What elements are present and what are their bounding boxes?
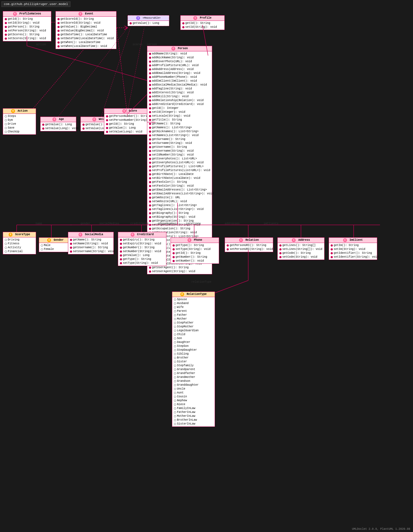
class-type-indicator: E [47, 238, 51, 242]
enum-item: Drive [5, 122, 34, 126]
method-item: getOccupation(): String [149, 227, 210, 231]
class-profilehateos: C ProfileHateos getId(): String setId(St… [3, 11, 51, 41]
class-name: CreditCard [137, 233, 154, 236]
method-item: setUserAgent(String): void [149, 270, 210, 273]
method-item: setScoreId(String): void [57, 21, 115, 25]
method-item: getId(): String [173, 251, 217, 255]
method-item: addNickName(String): void [149, 56, 210, 60]
class-header: C CreditCard [118, 232, 166, 237]
enum-item: BrotherInLaw [174, 418, 213, 422]
method-item: getTaglines(): List<String> [149, 204, 210, 207]
class-body: getValue(): Long setValue(Long): void [40, 122, 76, 131]
class-measurable: I «Measurable» getValue(): Long [128, 15, 169, 26]
class-name: Profile [200, 16, 212, 19]
enum-item: Financial [5, 250, 34, 254]
enum-item: Grandson [174, 379, 213, 383]
enum-item: Nephew [174, 399, 213, 403]
method-item: getIm(): String [331, 244, 375, 247]
enum-item: StepMother [174, 325, 213, 329]
class-body: getId(): String setId(String): void [181, 21, 224, 30]
method-item: getType(): String [173, 244, 217, 247]
class-header: E Gender [39, 238, 72, 243]
label-star: * [70, 224, 72, 227]
method-item: getNumber(): String [120, 246, 164, 250]
svg-line-21 [215, 280, 248, 293]
class-type-indicator: C [193, 16, 197, 20]
class-name: Gender [54, 239, 64, 242]
method-item: getCoverphotos(): List<URL> [149, 157, 210, 161]
enum-item: Son [174, 337, 213, 340]
method-item: setPersonNumber(String): void [106, 118, 153, 122]
method-item: getLines(): String[] [279, 244, 323, 247]
enum-item: Steps [5, 114, 34, 118]
method-item: getId(): String [182, 21, 223, 25]
class-name: ProfileHateos [19, 12, 41, 15]
class-event: C Event getScoreId(): String setScoreId(… [55, 11, 116, 49]
method-item: addTagline(String): void [149, 87, 210, 91]
method-item: getId(): Integer [149, 106, 210, 110]
class-name: Age [59, 118, 64, 121]
method-item: setScores(String): void [5, 37, 49, 41]
label-relationtype: relationType [191, 280, 211, 283]
class-name: Phone [194, 239, 202, 242]
class-name: Relation [245, 239, 259, 242]
enum-item: Female [41, 247, 70, 251]
method-item: addCreditCard(CreditCard): void [149, 102, 210, 106]
enum-item: Uncle [174, 387, 213, 391]
method-item: addInterest(String): void [149, 91, 210, 95]
enum-item: FamilyInLaw [174, 406, 213, 410]
class-body: Male Female [39, 243, 72, 252]
stereotype: «Measurable» [143, 17, 161, 19]
enum-item: Mother [174, 317, 213, 321]
class-header: E ScoreType [3, 232, 36, 237]
class-phone: C Phone getType(): String setType(String… [171, 237, 219, 264]
method-item: setProfilePictures(List<URL>): void [149, 169, 210, 172]
enum-item: CheckUp [5, 130, 34, 134]
class-name: Address [298, 239, 310, 242]
method-item: setId(Integer): void [149, 110, 210, 114]
class-body: getScoreId(): String setScoreId(String):… [56, 17, 116, 49]
method-item: addAddress(Address): void [149, 67, 210, 71]
class-body: getLines(): String[] setLines(String[]):… [278, 243, 324, 260]
method-item: setNumber(): void [173, 259, 217, 263]
class-name: SocialMedia [85, 233, 103, 236]
class-type-indicator: C [171, 47, 175, 51]
class-type-indicator: C [188, 238, 191, 242]
class-body: getPersonURI(): String setPersonURI(Stri… [225, 243, 273, 252]
enum-item: MotherInLaw [174, 414, 213, 418]
method-item: addSkill(String): void [149, 95, 210, 99]
diagram-container: com.github.phillipkruger.user.model C Pr… [0, 0, 413, 532]
method-item: setName(String): void [70, 242, 112, 246]
class-type-indicator: C [78, 12, 82, 16]
enum-item: Grandmother [174, 375, 213, 379]
class-type-indicator: E [180, 292, 184, 296]
method-item: addEmailAddress(String): void [149, 71, 210, 75]
label-creditcards: creditCards [130, 222, 149, 225]
method-item: setTaglines(List<String>): void [149, 207, 210, 211]
method-item: getNumber(): String [173, 255, 217, 259]
label-phonenumbers: phoneNumbers [158, 222, 178, 225]
method-item: getPersonURI(): String [227, 244, 271, 247]
method-item: setPerson(String): void [5, 29, 49, 33]
svg-line-6 [27, 46, 147, 81]
enum-item: Grandparent [174, 368, 213, 372]
method-item: getNames(): List<String> [149, 126, 210, 130]
enum-item: StepDaughter [174, 348, 213, 352]
enum-item: Fitness [5, 242, 34, 246]
enum-item: Daughter [174, 340, 213, 344]
method-item: getTitle(): String [149, 118, 210, 122]
enum-item: Gym [5, 118, 34, 122]
method-item: setValue(BigDecimal): void [57, 29, 115, 33]
method-item: setLocale(String): void [149, 114, 210, 118]
method-item: setId(String): void [182, 25, 223, 29]
method-item: setLines(String[]): void [279, 247, 323, 251]
enum-item: Cousin [174, 395, 213, 399]
enum-item: Wife [174, 305, 213, 309]
method-item: getEmailAddresses(): List<String> [149, 188, 210, 192]
method-item: getPersonNumber(): String [106, 114, 153, 118]
method-item: setNames(List<String>): void [149, 134, 210, 137]
enum-item: StepFather [174, 321, 213, 325]
enum-item: Spouse [174, 298, 213, 302]
method-item: getScores(): String [5, 33, 49, 37]
method-item: setUsername(String): void [70, 250, 112, 254]
